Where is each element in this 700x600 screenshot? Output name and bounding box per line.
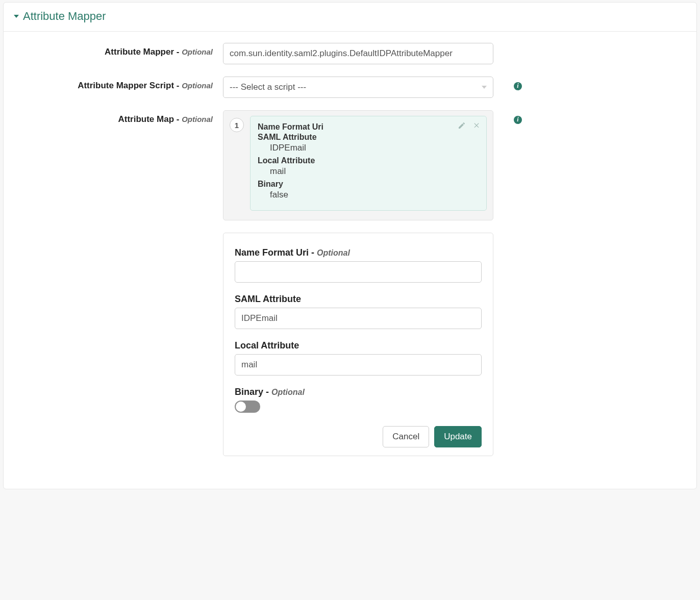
row-attribute-mapper-script: Attribute Mapper Script - Optional --- S… [14,77,686,98]
update-button[interactable]: Update [434,426,482,447]
label-text: Attribute Mapper Script [78,81,174,90]
optional-tag: Optional [182,81,213,90]
card-saml-attribute-value: IDPEmail [270,143,479,153]
edit-local-attribute-label: Local Attribute [235,340,482,351]
attribute-map-edit-form: Name Format Uri - Optional SAML Attribut… [223,233,493,456]
optional-tag: Optional [182,115,213,123]
attribute-mapper-panel: Attribute Mapper Attribute Mapper - Opti… [3,2,697,489]
info-icon[interactable]: i [514,82,522,90]
edit-name-format-uri-label: Name Format Uri - Optional [235,247,482,258]
label-text: Attribute Map [118,114,174,124]
panel-header[interactable]: Attribute Mapper [4,3,696,32]
chevron-down-icon [482,86,487,89]
card-binary-value: false [270,190,479,200]
card-name-format-uri-label: Name Format Uri [258,122,479,132]
row-attribute-map: Attribute Map - Optional 1 [14,110,686,456]
label-attribute-mapper-script: Attribute Mapper Script - Optional [14,77,213,91]
label-attribute-mapper: Attribute Mapper - Optional [14,43,213,57]
caret-down-icon [14,15,19,18]
delete-icon[interactable] [473,121,480,132]
attribute-mapper-script-select[interactable]: --- Select a script --- [223,77,493,98]
edit-icon[interactable] [458,121,466,132]
edit-binary-label: Binary - Optional [235,387,482,397]
local-attribute-input[interactable] [235,354,482,376]
section-title: Attribute Mapper [23,10,106,23]
binary-toggle[interactable] [235,401,260,413]
card-local-attribute-label: Local Attribute [258,156,479,165]
label-attribute-map: Attribute Map - Optional [14,110,213,124]
cancel-button[interactable]: Cancel [383,426,429,447]
attribute-map-card: Name Format Uri SAML Attribute IDPEmail … [250,116,487,211]
edit-saml-attribute-label: SAML Attribute [235,294,482,305]
attribute-mapper-input[interactable] [223,43,493,64]
select-placeholder: --- Select a script --- [230,82,306,92]
label-text: Attribute Mapper [105,47,174,57]
name-format-uri-input[interactable] [235,261,482,283]
row-attribute-mapper: Attribute Mapper - Optional [14,43,686,64]
saml-attribute-input[interactable] [235,308,482,329]
card-local-attribute-value: mail [270,166,479,177]
optional-tag: Optional [182,47,213,56]
attribute-map-list: 1 Name Format Uri SAML Attri [223,110,493,220]
map-item-index: 1 [230,118,244,132]
card-binary-label: Binary [258,180,479,189]
card-saml-attribute-label: SAML Attribute [258,133,479,142]
info-icon[interactable]: i [514,116,522,124]
panel-body: Attribute Mapper - Optional Attribute Ma… [4,32,696,489]
